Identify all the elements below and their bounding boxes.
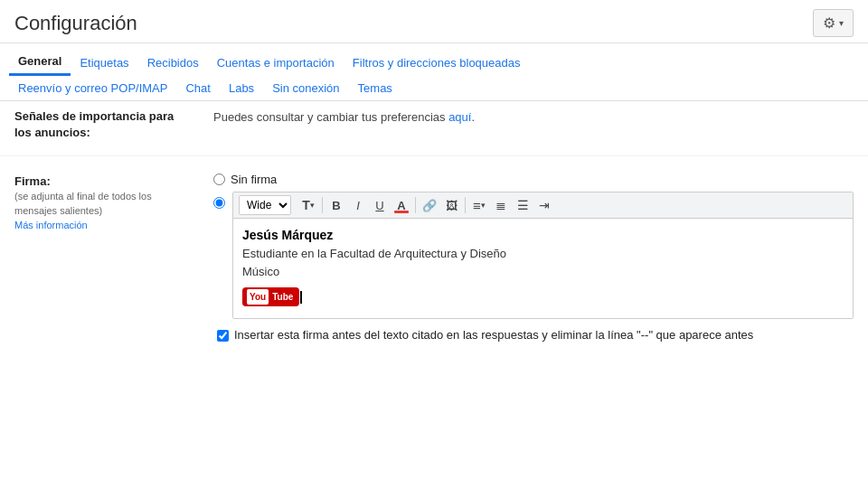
firma-more-info-link[interactable]: Más información xyxy=(14,220,88,230)
con-firma-radio[interactable] xyxy=(213,197,225,209)
color-bar xyxy=(394,211,409,213)
sep-3 xyxy=(465,197,466,213)
link-icon: 🔗 xyxy=(422,199,437,212)
tab-filtros[interactable]: Filtros y direcciones bloqueadas xyxy=(344,51,530,75)
tab-reenvio[interactable]: Reenvío y correo POP/IMAP xyxy=(9,76,176,100)
font-size-button[interactable]: T▾ xyxy=(298,195,318,215)
text-cursor xyxy=(300,291,302,304)
nav-row-1: General Etiquetas Recibidos Cuentas e im… xyxy=(9,49,859,76)
underline-button[interactable]: U xyxy=(370,195,390,215)
youtube-you-label: You xyxy=(247,289,269,305)
gear-icon: ⚙ xyxy=(823,14,835,32)
indent-button[interactable]: ⇥ xyxy=(534,195,554,215)
insert-firma-label: Insertar esta firma antes del texto cita… xyxy=(234,328,753,342)
tab-cuentas[interactable]: Cuentas e importación xyxy=(208,51,344,75)
numbered-list-icon: ≣ xyxy=(495,198,506,212)
tab-sin-conexion[interactable]: Sin conexión xyxy=(263,76,348,100)
tab-general[interactable]: General xyxy=(9,49,71,76)
tab-recibidos[interactable]: Recibidos xyxy=(138,51,208,75)
signature-editor-box: Wide T▾ B I U A 🔗 🖼 xyxy=(232,192,854,319)
importance-label-col: Señales de importancia para los anuncios… xyxy=(0,101,199,148)
header: Configuración ⚙ ▾ xyxy=(0,0,868,43)
tab-etiquetas[interactable]: Etiquetas xyxy=(71,51,137,75)
sig-line2: Músico xyxy=(242,263,844,281)
importance-text-before: Puedes consultar y cambiar tus preferenc… xyxy=(213,110,448,124)
bullet-list-button[interactable]: ☰ xyxy=(513,195,533,215)
italic-button[interactable]: I xyxy=(348,195,368,215)
importance-section: Señales de importancia para los anuncios… xyxy=(0,101,868,156)
importance-text-after: . xyxy=(471,110,475,124)
numbered-list-button[interactable]: ≣ xyxy=(491,195,511,215)
importance-value: Puedes consultar y cambiar tus preferenc… xyxy=(199,101,868,148)
firma-sublabel: (se adjunta al final de todos los mensaj… xyxy=(14,190,184,218)
firma-label: Firma: xyxy=(14,174,184,188)
gear-button[interactable]: ⚙ ▾ xyxy=(813,9,854,37)
page-title: Configuración xyxy=(14,12,137,35)
tab-chat[interactable]: Chat xyxy=(176,76,219,100)
insert-firma-checkbox-row: Insertar esta firma antes del texto cita… xyxy=(213,328,854,342)
importance-link[interactable]: aquí xyxy=(448,110,471,124)
signature-toolbar: Wide T▾ B I U A 🔗 🖼 xyxy=(233,192,853,219)
font-size-icon: T xyxy=(302,198,310,212)
indent-icon: ⇥ xyxy=(539,198,550,212)
font-selector[interactable]: Wide xyxy=(239,195,291,215)
firma-editor-row: Wide T▾ B I U A 🔗 🖼 xyxy=(213,192,854,319)
align-button[interactable]: ≡▾ xyxy=(469,195,489,215)
bold-button[interactable]: B xyxy=(326,195,346,215)
firma-value-col: Sin firma Wide T▾ B I U xyxy=(199,164,868,351)
image-button[interactable]: 🖼 xyxy=(441,195,461,215)
importance-label: Señales de importancia para los anuncios… xyxy=(14,108,184,141)
sep-1 xyxy=(322,197,323,213)
sin-firma-option: Sin firma xyxy=(213,173,854,186)
image-icon: 🖼 xyxy=(446,199,458,212)
sin-firma-radio[interactable] xyxy=(213,174,225,185)
sig-line1: Estudiante en la Facultad de Arquitectur… xyxy=(242,245,844,263)
nav-row-2: Reenvío y correo POP/IMAP Chat Labs Sin … xyxy=(9,76,859,100)
text-color-button[interactable]: A xyxy=(392,195,411,215)
bold-icon: B xyxy=(332,199,340,212)
sin-firma-label: Sin firma xyxy=(231,173,277,186)
align-icon: ≡ xyxy=(473,198,481,213)
underline-icon: U xyxy=(375,199,383,212)
youtube-badge: You Tube xyxy=(242,287,299,306)
youtube-tube-label: Tube xyxy=(270,289,295,305)
sig-name: Jesús Márquez xyxy=(242,226,844,245)
firma-label-col: Firma: (se adjunta al final de todos los… xyxy=(0,164,199,351)
signature-content[interactable]: Jesús Márquez Estudiante en la Facultad … xyxy=(233,219,853,318)
insert-firma-checkbox[interactable] xyxy=(217,330,229,342)
italic-icon: I xyxy=(356,199,360,212)
tab-labs[interactable]: Labs xyxy=(220,76,263,100)
nav-tabs: General Etiquetas Recibidos Cuentas e im… xyxy=(0,43,868,101)
link-button[interactable]: 🔗 xyxy=(420,195,439,215)
bullet-list-icon: ☰ xyxy=(517,198,529,212)
tab-temas[interactable]: Temas xyxy=(349,76,401,100)
sep-2 xyxy=(415,197,416,213)
dropdown-arrow-icon: ▾ xyxy=(839,18,844,28)
firma-section: Firma: (se adjunta al final de todos los… xyxy=(0,164,868,351)
